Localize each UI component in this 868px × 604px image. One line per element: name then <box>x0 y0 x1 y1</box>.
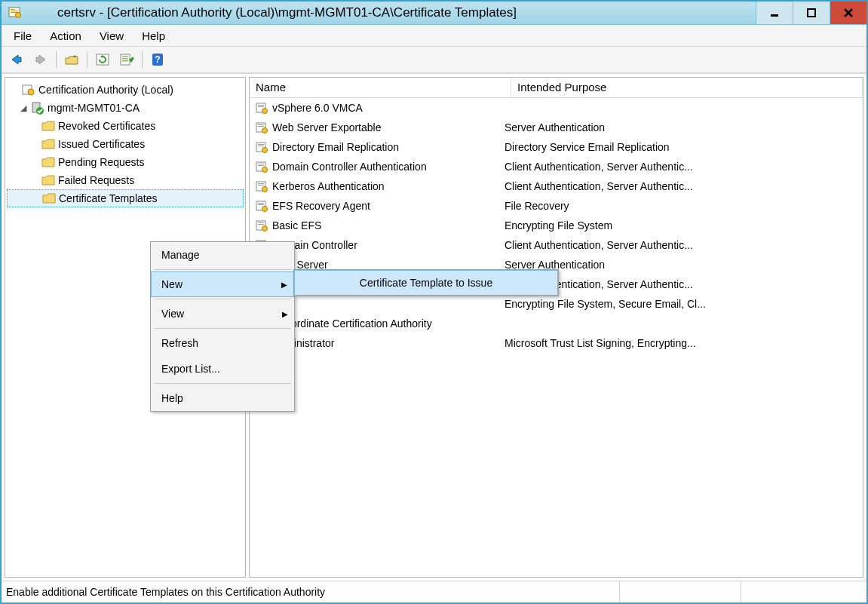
svg-rect-39 <box>258 164 264 164</box>
tree-label: Failed Requests <box>58 174 134 186</box>
toolbar-separator <box>87 51 87 68</box>
column-name[interactable]: Name <box>250 78 511 97</box>
tree-child[interactable]: Issued Certificates <box>7 135 244 153</box>
svg-rect-44 <box>258 185 264 185</box>
export-button[interactable] <box>116 49 137 70</box>
ctx-new[interactable]: New▶ <box>151 271 294 297</box>
tree-child-selected[interactable]: Certificate Templates <box>7 189 244 207</box>
svg-marker-9 <box>12 55 21 64</box>
list-row[interactable]: Basic EFSEncrypting File System <box>250 216 863 235</box>
cert-template-icon <box>256 180 268 192</box>
tree-label: Certificate Templates <box>59 192 157 204</box>
tree-child[interactable]: Pending Requests <box>7 153 244 171</box>
svg-rect-32 <box>258 126 264 127</box>
ctx-separator <box>154 269 291 270</box>
ctx-help[interactable]: Help <box>151 385 294 411</box>
tree-child[interactable]: Revoked Certificates <box>7 117 244 135</box>
list-row[interactable]: Directory Email ReplicationDirectory Ser… <box>250 137 863 157</box>
svg-point-23 <box>28 89 34 95</box>
svg-rect-27 <box>258 105 264 106</box>
cell-purpose: Encrypting File System <box>505 219 612 231</box>
list-row[interactable]: Subordinate Certification Authority <box>250 314 863 333</box>
submenu-arrow-icon: ▶ <box>281 281 287 289</box>
svg-rect-43 <box>258 183 264 184</box>
svg-rect-36 <box>258 146 264 146</box>
status-cell <box>741 581 862 602</box>
app-icon <box>8 5 23 20</box>
svg-rect-40 <box>258 165 264 166</box>
ctx-cert-template-to-issue[interactable]: Certificate Template to Issue <box>294 270 558 296</box>
cell-name: Kerberos Authentication <box>272 180 385 192</box>
cert-template-icon <box>256 200 268 212</box>
list-row[interactable]: AdministratorMicrosoft Trust List Signin… <box>250 333 863 353</box>
list-body[interactable]: vSphere 6.0 VMCAWeb Server ExportableSer… <box>250 98 863 577</box>
cell-name: Web Server Exportable <box>272 121 381 133</box>
svg-point-49 <box>262 207 268 212</box>
menu-file[interactable]: File <box>6 28 39 44</box>
cell-name: EFS Recovery Agent <box>272 200 370 212</box>
svg-rect-35 <box>258 144 264 145</box>
cell-purpose: Encrypting File System, Secure Email, Cl… <box>505 298 706 310</box>
ctx-label: Certificate Template to Issue <box>360 277 492 289</box>
help-button[interactable]: ? <box>147 49 168 70</box>
cell-name: Domain Controller Authentication <box>272 161 427 173</box>
ctx-label: View <box>161 308 184 320</box>
ctx-refresh[interactable]: Refresh <box>151 330 294 356</box>
minimize-button[interactable] <box>756 2 793 24</box>
svg-point-33 <box>262 128 268 133</box>
ctx-label: Refresh <box>161 337 198 349</box>
toolbar-separator <box>142 51 143 68</box>
cert-template-icon <box>256 161 268 173</box>
cell-name: Directory Email Replication <box>272 141 399 153</box>
close-button[interactable] <box>830 2 866 24</box>
status-bar: Enable additional Certificate Templates … <box>2 581 866 602</box>
ctx-label: Export List... <box>161 363 220 375</box>
list-row[interactable]: Web Server ExportableServer Authenticati… <box>250 118 863 137</box>
list-row[interactable]: Domain ControllerClient Authentication, … <box>250 235 863 255</box>
menu-help[interactable]: Help <box>134 28 173 44</box>
maximize-button[interactable] <box>793 2 830 24</box>
server-ok-icon <box>31 101 44 115</box>
menu-view[interactable]: View <box>92 28 131 44</box>
list-row[interactable]: EFS Recovery AgentFile Recovery <box>250 196 863 216</box>
svg-rect-47 <box>258 203 264 204</box>
ctx-view[interactable]: View▶ <box>151 301 294 327</box>
svg-point-29 <box>262 109 268 114</box>
svg-rect-15 <box>122 56 128 57</box>
menu-action[interactable]: Action <box>42 28 89 44</box>
title-bar: certsrv - [Certification Authority (Loca… <box>2 2 866 25</box>
tree-ca[interactable]: ◢ mgmt-MGMT01-CA <box>7 99 244 117</box>
forward-button[interactable] <box>30 49 51 70</box>
tree-root[interactable]: Certification Authority (Local) <box>7 81 244 99</box>
back-button[interactable] <box>6 49 27 70</box>
toolbar-separator <box>56 51 57 68</box>
column-purpose[interactable]: Intended Purpose <box>511 78 863 97</box>
tree-child[interactable]: Failed Requests <box>7 171 244 189</box>
svg-rect-28 <box>258 106 264 107</box>
toolbar: ? <box>2 47 866 73</box>
list-row[interactable]: Kerberos AuthenticationClient Authentica… <box>250 176 863 196</box>
up-button[interactable] <box>61 49 82 70</box>
submenu-arrow-icon: ▶ <box>282 310 288 318</box>
svg-rect-1 <box>11 9 14 10</box>
status-text: Enable additional Certificate Templates … <box>6 586 619 598</box>
refresh-button[interactable] <box>92 49 113 70</box>
svg-text:?: ? <box>155 54 160 65</box>
ctx-export[interactable]: Export List... <box>151 356 294 382</box>
svg-rect-17 <box>122 60 128 62</box>
list-row[interactable]: Domain Controller AuthenticationClient A… <box>250 157 863 176</box>
svg-rect-52 <box>258 224 264 225</box>
list-row[interactable]: vSphere 6.0 VMCA <box>250 98 863 118</box>
svg-point-4 <box>16 13 21 18</box>
cell-purpose: Directory Service Email Replication <box>505 141 670 153</box>
collapse-icon[interactable]: ◢ <box>19 103 28 113</box>
cert-template-icon <box>256 121 268 133</box>
context-submenu: Certificate Template to Issue <box>293 269 559 296</box>
cell-purpose: Microsoft Trust List Signing, Encrypting… <box>505 337 696 349</box>
list-row[interactable]: UserEncrypting File System, Secure Email… <box>250 294 863 314</box>
folder-icon <box>42 192 56 205</box>
cert-template-icon <box>256 102 268 114</box>
ctx-manage[interactable]: Manage <box>151 242 294 268</box>
column-headers: Name Intended Purpose <box>250 78 863 98</box>
cell-purpose: Server Authentication <box>505 121 605 133</box>
